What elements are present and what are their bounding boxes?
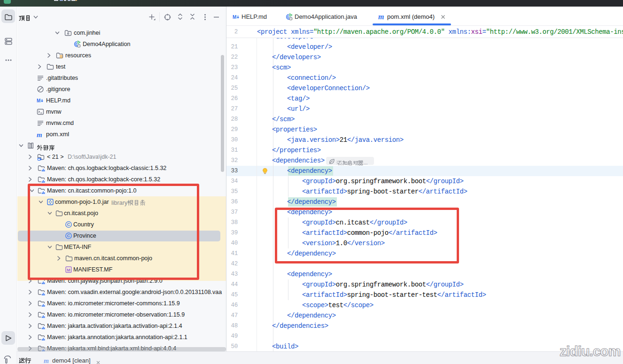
svg-text:M: M bbox=[37, 98, 40, 103]
svg-text:M: M bbox=[233, 15, 236, 20]
